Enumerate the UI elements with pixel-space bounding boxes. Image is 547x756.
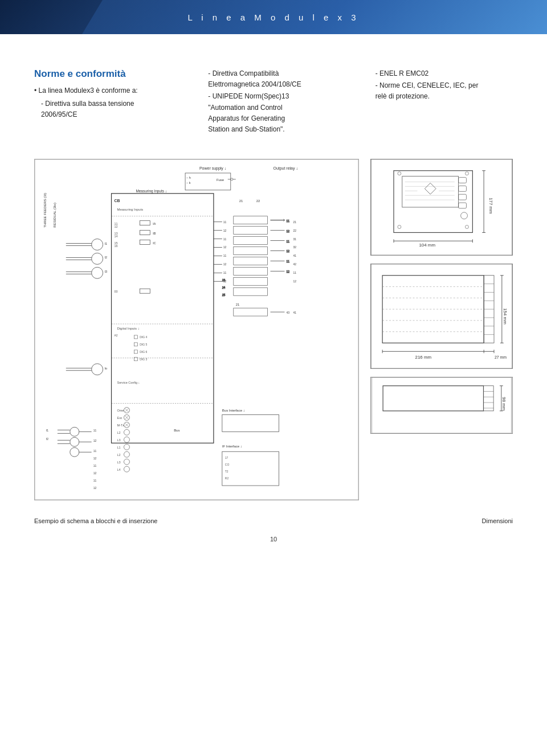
norme-col2-item2: UNIPEDE Norm(Spec)13"Automation and Cont… <box>208 91 345 135</box>
svg-text:11: 11 <box>93 449 97 453</box>
svg-text:17: 17 <box>225 456 228 459</box>
svg-text:32: 32 <box>293 246 296 249</box>
svg-text:IF Interface ↓: IF Interface ↓ <box>222 445 242 448</box>
svg-text:DIG 3: DIG 3 <box>140 358 147 361</box>
svg-text:12: 12 <box>93 457 97 460</box>
svg-text:M-Tx: M-Tx <box>117 424 124 428</box>
svg-text:12: 12 <box>93 486 97 490</box>
svg-text:Service Config ↓: Service Config ↓ <box>117 381 140 384</box>
svg-text:216  mm: 216 mm <box>415 355 432 360</box>
norme-col3-item2: Norme CEI, CENELEC, IEC, perrelè di prot… <box>375 80 513 102</box>
svg-text:12: 12 <box>223 229 227 232</box>
svg-text:Output relay ↓: Output relay ↓ <box>274 166 298 171</box>
norme-col3-text: ENEL R EMC02 Norme CEI, CENELEC, IEC, pe… <box>369 68 513 102</box>
svg-text:IB: IB <box>153 232 156 235</box>
svg-text:CB: CB <box>115 199 120 203</box>
svg-text:Bus Interface ↓: Bus Interface ↓ <box>222 409 245 413</box>
svg-text:A2: A2 <box>115 334 118 337</box>
norme-col1-text: La linea Modulex3 è conforme a: Direttiv… <box>34 85 178 121</box>
svg-text:43: 43 <box>286 311 289 314</box>
header-title: L i n e a M o d u l e x 3 <box>187 13 359 22</box>
svg-text:Io: Io <box>105 367 108 370</box>
svg-text:~ k: ~ k <box>186 181 191 184</box>
svg-text:11: 11 <box>93 464 97 467</box>
svg-text:f2: f2 <box>46 437 48 441</box>
svg-text:22: 22 <box>293 229 296 232</box>
svg-text:L4: L4 <box>117 468 120 471</box>
dimensions-col: 104 mm 177 mm <box>370 159 513 434</box>
svg-text:11: 11 <box>286 240 289 243</box>
svg-text:DIG 4: DIG 4 <box>140 335 147 339</box>
page-content: Norme e conformità La linea Modulex3 è c… <box>0 34 547 565</box>
svg-text:Measuring Inputs ↓: Measuring Inputs ↓ <box>136 189 167 194</box>
schema-svg: Power supply ↓ Output relay ↓ ~ h ~ k Fu… <box>35 159 358 500</box>
svg-text:Exc: Exc <box>117 417 122 420</box>
svg-text:11: 11 <box>223 237 227 241</box>
svg-text:12: 12 <box>115 225 118 228</box>
svg-text:DIG 6: DIG 6 <box>140 350 147 354</box>
svg-text:Ome: Ome <box>117 409 124 413</box>
norme-intro: La linea Modulex3 è conforme a: <box>34 85 178 96</box>
svg-text:41: 41 <box>293 311 296 314</box>
svg-text:25: 25 <box>222 293 226 297</box>
svg-text:RESIDUAL (3Io): RESIDUAL (3Io) <box>53 203 56 228</box>
svg-text:CO: CO <box>225 463 230 466</box>
svg-text:11: 11 <box>93 479 97 482</box>
svg-text:21: 21 <box>236 303 240 306</box>
svg-text:11: 11 <box>223 220 227 224</box>
svg-text:12: 12 <box>93 471 97 475</box>
dim-svg-3: 98 mm <box>371 377 512 433</box>
svg-rect-198 <box>371 264 512 368</box>
svg-text:42: 42 <box>293 263 296 266</box>
svg-text:L2: L2 <box>117 431 120 434</box>
svg-text:11: 11 <box>93 429 97 432</box>
svg-text:T2: T2 <box>225 470 228 473</box>
svg-text:23: 23 <box>222 278 226 282</box>
svg-text:12: 12 <box>286 270 289 273</box>
dim-label: Dimensioni <box>482 517 513 524</box>
norme-col3-item1: ENEL R EMC02 <box>375 68 513 79</box>
schema-diagram-box: Power supply ↓ Output relay ↓ ~ h ~ k Fu… <box>34 159 359 500</box>
svg-text:THREE FEEDERS (3I): THREE FEEDERS (3I) <box>43 193 47 228</box>
svg-text:IC: IC <box>153 241 156 245</box>
svg-text:f1: f1 <box>46 429 48 432</box>
dim-box-3: 98 mm <box>370 377 513 434</box>
dim-box-2: 216 mm 27 mm 154 mm <box>370 264 513 369</box>
svg-text:L1: L1 <box>117 446 120 449</box>
page-number: 10 <box>34 536 513 543</box>
svg-text:11: 11 <box>223 271 227 274</box>
diagrams-row: Power supply ↓ Output relay ↓ ~ h ~ k Fu… <box>34 159 513 500</box>
svg-text:I2: I2 <box>105 256 108 260</box>
svg-text:Bus: Bus <box>174 429 179 432</box>
svg-text:11: 11 <box>223 254 227 258</box>
svg-text:31: 31 <box>293 237 296 241</box>
svg-text:I1: I1 <box>105 242 108 245</box>
svg-text:I3: I3 <box>105 270 108 273</box>
svg-text:21: 21 <box>293 220 296 224</box>
svg-text:11: 11 <box>286 219 289 223</box>
svg-text:~ h: ~ h <box>186 176 191 179</box>
svg-text:L3: L3 <box>117 438 120 442</box>
svg-text:R2: R2 <box>225 476 229 480</box>
norme-col2-text: Direttiva CompatibilitàElettromagnetica … <box>201 68 345 135</box>
dim-svg-1: 104 mm 177 mm <box>371 159 512 255</box>
svg-text:104  mm: 104 mm <box>419 243 435 248</box>
svg-text:DIG 5: DIG 5 <box>140 343 147 346</box>
svg-text:177  mm: 177 mm <box>488 198 493 214</box>
svg-text:12: 12 <box>93 439 97 442</box>
svg-text:Power supply ↓: Power supply ↓ <box>199 166 226 171</box>
svg-text:21: 21 <box>239 199 243 203</box>
svg-text:12: 12 <box>223 246 227 249</box>
svg-text:IA: IA <box>153 222 156 225</box>
dim-box-1: 104 mm 177 mm <box>370 159 513 256</box>
svg-text:98  mm: 98 mm <box>501 397 507 410</box>
norme-col2-item1: Direttiva CompatibilitàElettromagnetica … <box>208 68 345 90</box>
svg-text:12: 12 <box>293 280 296 283</box>
svg-text:14: 14 <box>115 235 118 238</box>
svg-text:12: 12 <box>286 229 289 233</box>
dim-svg-2: 216 mm 27 mm 154 mm <box>371 264 512 368</box>
svg-text:27  mm: 27 mm <box>495 355 507 359</box>
svg-text:L2: L2 <box>117 453 120 457</box>
norme-col-2: Direttiva CompatibilitàElettromagnetica … <box>201 68 345 136</box>
svg-text:Digital Inputs ↓: Digital Inputs ↓ <box>117 327 139 330</box>
